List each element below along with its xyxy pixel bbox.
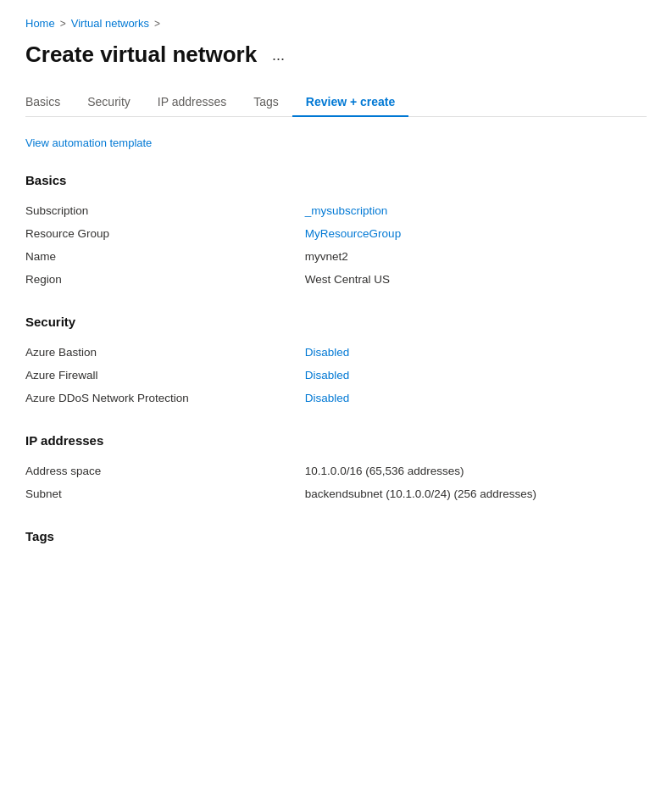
breadcrumb-home[interactable]: Home bbox=[25, 17, 55, 30]
security-section-title: Security bbox=[25, 315, 647, 329]
name-label: Name bbox=[25, 245, 305, 268]
azure-firewall-label: Azure Firewall bbox=[25, 364, 305, 387]
tab-tags[interactable]: Tags bbox=[240, 88, 292, 117]
tab-ip-addresses[interactable]: IP addresses bbox=[144, 88, 240, 117]
table-row: Azure DDoS Network Protection Disabled bbox=[25, 387, 647, 409]
table-row: Subnet backendsubnet (10.1.0.0/24) (256 … bbox=[25, 482, 647, 505]
subnet-label: Subnet bbox=[25, 482, 305, 505]
subnet-value: backendsubnet (10.1.0.0/24) (256 address… bbox=[305, 482, 647, 505]
tab-review-create[interactable]: Review + create bbox=[292, 88, 408, 117]
security-section: Security Azure Bastion Disabled Azure Fi… bbox=[25, 315, 647, 409]
address-space-label: Address space bbox=[25, 459, 305, 482]
page-title-row: Create virtual network ... bbox=[25, 42, 647, 68]
basics-section: Basics Subscription _mysubscription Reso… bbox=[25, 173, 647, 291]
subscription-value: _mysubscription bbox=[305, 199, 647, 222]
basics-section-title: Basics bbox=[25, 173, 647, 187]
ip-addresses-section-title: IP addresses bbox=[25, 433, 647, 448]
azure-bastion-value: Disabled bbox=[305, 341, 647, 364]
azure-bastion-label: Azure Bastion bbox=[25, 341, 305, 364]
page-title: Create virtual network bbox=[25, 42, 257, 68]
table-row: Resource Group MyResourceGroup bbox=[25, 222, 647, 245]
tabs-nav: Basics Security IP addresses Tags Review… bbox=[25, 88, 647, 117]
subscription-label: Subscription bbox=[25, 199, 305, 222]
table-row: Azure Bastion Disabled bbox=[25, 341, 647, 364]
view-automation-template-link[interactable]: View automation template bbox=[25, 136, 152, 149]
azure-ddos-value: Disabled bbox=[305, 387, 647, 409]
tags-section: Tags bbox=[25, 529, 647, 543]
table-row: Name myvnet2 bbox=[25, 245, 647, 268]
tab-security[interactable]: Security bbox=[74, 88, 144, 117]
address-space-value: 10.1.0.0/16 (65,536 addresses) bbox=[305, 459, 647, 482]
ellipsis-button[interactable]: ... bbox=[267, 46, 290, 64]
name-value: myvnet2 bbox=[305, 245, 647, 268]
breadcrumb: Home > Virtual networks > bbox=[25, 17, 647, 30]
breadcrumb-sep1: > bbox=[60, 18, 66, 30]
region-value: West Central US bbox=[305, 268, 647, 291]
tags-section-title: Tags bbox=[25, 529, 647, 543]
breadcrumb-sep2: > bbox=[154, 18, 160, 30]
resource-group-label: Resource Group bbox=[25, 222, 305, 245]
breadcrumb-virtual-networks[interactable]: Virtual networks bbox=[71, 17, 149, 30]
ip-addresses-detail-table: Address space 10.1.0.0/16 (65,536 addres… bbox=[25, 459, 647, 505]
region-label: Region bbox=[25, 268, 305, 291]
table-row: Azure Firewall Disabled bbox=[25, 364, 647, 387]
tab-basics[interactable]: Basics bbox=[25, 88, 74, 117]
basics-detail-table: Subscription _mysubscription Resource Gr… bbox=[25, 199, 647, 291]
azure-ddos-label: Azure DDoS Network Protection bbox=[25, 387, 305, 409]
table-row: Region West Central US bbox=[25, 268, 647, 291]
azure-firewall-value: Disabled bbox=[305, 364, 647, 387]
table-row: Address space 10.1.0.0/16 (65,536 addres… bbox=[25, 459, 647, 482]
security-detail-table: Azure Bastion Disabled Azure Firewall Di… bbox=[25, 341, 647, 409]
ip-addresses-section: IP addresses Address space 10.1.0.0/16 (… bbox=[25, 433, 647, 505]
resource-group-value: MyResourceGroup bbox=[305, 222, 647, 245]
table-row: Subscription _mysubscription bbox=[25, 199, 647, 222]
